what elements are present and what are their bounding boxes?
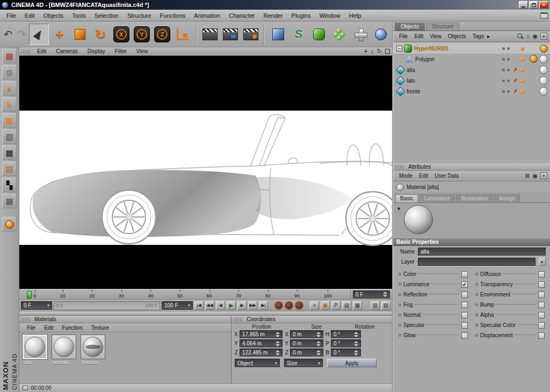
- goto-end-button[interactable]: ▶|: [259, 301, 268, 310]
- channel-checkbox[interactable]: [538, 302, 545, 308]
- attr-menu-edit[interactable]: Edit: [416, 173, 431, 179]
- texture-axis-mode-button[interactable]: ▩: [2, 146, 17, 160]
- menu-structure[interactable]: Structure: [123, 11, 156, 20]
- menu-overflow-icon[interactable]: ▸: [487, 33, 490, 39]
- om-menu-file[interactable]: File: [396, 33, 411, 39]
- attr-menu-mode[interactable]: Mode: [396, 173, 416, 179]
- lock-z-axis-button[interactable]: Z: [153, 24, 172, 45]
- prev-key-button[interactable]: ◀◀: [205, 301, 214, 310]
- om-menu-view[interactable]: View: [426, 33, 445, 39]
- materials-menu-function[interactable]: Function: [57, 325, 86, 331]
- rotation-p-field[interactable]: 0 °: [331, 339, 361, 347]
- rotate-tool-button[interactable]: ↻: [91, 24, 110, 45]
- visibility-dot[interactable]: [507, 90, 510, 93]
- position-z-field[interactable]: 122.485 m: [240, 349, 283, 357]
- modifier-tools-button[interactable]: [351, 24, 370, 45]
- disabled-x-icon[interactable]: ✗: [512, 89, 519, 94]
- coordinate-size-dropdown[interactable]: Size▾: [284, 359, 323, 367]
- tab-objects[interactable]: Objects: [395, 23, 425, 31]
- om-menu-objects[interactable]: Objects: [445, 33, 469, 39]
- object-axis-mode-button[interactable]: ▤: [2, 162, 17, 176]
- position-x-field[interactable]: 17.865 m: [240, 330, 283, 338]
- render-picture-viewer-button[interactable]: [221, 24, 240, 45]
- parameter-record-button[interactable]: P: [331, 301, 341, 310]
- disabled-x-icon[interactable]: ✗: [512, 78, 519, 83]
- menu-functions[interactable]: Functions: [156, 11, 190, 20]
- snap-settings-button[interactable]: ▦: [2, 194, 17, 208]
- range-end-field[interactable]: 100 F▾: [162, 301, 193, 310]
- viewport-menu-edit[interactable]: Edit: [32, 48, 51, 54]
- channel-checkbox[interactable]: [538, 312, 545, 318]
- viewport-menu-display[interactable]: Display: [83, 48, 110, 54]
- channel-checkbox[interactable]: [461, 312, 468, 318]
- om-menu-tags[interactable]: Tags: [469, 33, 487, 39]
- close-button[interactable]: ×: [539, 1, 548, 9]
- phong-tag-icon[interactable]: [540, 45, 548, 53]
- goto-start-button[interactable]: |◀: [194, 301, 204, 310]
- maximize-button[interactable]: [529, 1, 538, 9]
- autokey-move-button[interactable]: +: [310, 301, 319, 310]
- layer-field[interactable]: [418, 258, 535, 266]
- current-frame-field[interactable]: 0 F: [353, 291, 390, 299]
- visibility-dot[interactable]: [507, 79, 510, 82]
- channel-checkbox[interactable]: [461, 292, 468, 298]
- channel-checkbox[interactable]: [538, 322, 545, 329]
- visibility-dot[interactable]: [502, 58, 505, 61]
- phong-tag-icon[interactable]: [530, 55, 538, 63]
- points-mode-button[interactable]: ▲: [2, 81, 17, 96]
- rotation-h-field[interactable]: 0 °: [331, 330, 361, 338]
- panel-grip[interactable]: [21, 49, 30, 54]
- menu-window[interactable]: Window: [315, 11, 345, 20]
- enable-dot[interactable]: [520, 57, 524, 61]
- menu-help[interactable]: Help: [345, 11, 366, 20]
- tree-row-fronte[interactable]: fronte ✗: [393, 86, 550, 97]
- layer-browse-button[interactable]: ▸: [539, 258, 546, 266]
- texture-tag-icon[interactable]: [539, 55, 548, 63]
- tab-illumination[interactable]: Illumination: [456, 194, 493, 202]
- minimize-button[interactable]: [519, 1, 528, 9]
- enable-dot[interactable]: [520, 90, 524, 93]
- panel-resize-handle[interactable]: [19, 311, 392, 316]
- menu-file[interactable]: File: [2, 11, 20, 20]
- tree-row-hypernurbs[interactable]: − HyperNURBS: [393, 43, 550, 54]
- menu-animation[interactable]: Animation: [190, 11, 225, 20]
- lock-y-axis-button[interactable]: Y: [132, 24, 151, 45]
- viewport-menu-cameras[interactable]: Cameras: [51, 48, 83, 54]
- record-rotation-button[interactable]: [295, 301, 303, 310]
- size-z-field[interactable]: 0 m: [290, 349, 323, 357]
- hypernurbs-button[interactable]: [309, 24, 329, 45]
- next-key-button[interactable]: ▶▶: [248, 301, 257, 310]
- tab-basic[interactable]: Basic: [395, 194, 418, 202]
- materials-menu-texture[interactable]: Texture: [87, 325, 113, 331]
- tab-structure[interactable]: Structure: [426, 23, 460, 31]
- add-panel-button[interactable]: +: [540, 33, 547, 40]
- channel-checkbox[interactable]: ✓: [461, 281, 468, 288]
- viewport-menu-view[interactable]: View: [132, 48, 153, 54]
- channel-checkbox[interactable]: [461, 271, 468, 278]
- preview-collapse-icon[interactable]: ▼: [396, 206, 401, 212]
- fcurve-window-button[interactable]: ▦: [353, 301, 362, 310]
- make-editable-button[interactable]: ▦: [2, 49, 17, 63]
- materials-menu-edit[interactable]: Edit: [40, 325, 57, 331]
- undo-button[interactable]: ↶: [2, 24, 15, 45]
- timeline-ruler[interactable]: 0 10 20 30 40 50 60 70 80 90 100 0 F: [19, 289, 392, 300]
- visibility-dot[interactable]: [507, 47, 510, 50]
- render-settings-button[interactable]: [241, 24, 260, 45]
- redo-button[interactable]: ↷: [16, 24, 28, 45]
- coordinate-system-button[interactable]: [173, 24, 192, 45]
- render-view-button[interactable]: [200, 24, 220, 45]
- visibility-dot[interactable]: [507, 58, 510, 61]
- channel-checkbox[interactable]: [461, 322, 468, 329]
- menu-render[interactable]: Render: [259, 11, 287, 20]
- visibility-dot[interactable]: [507, 69, 510, 71]
- menu-plugins[interactable]: Plugins: [287, 11, 315, 20]
- tree-row-polygon[interactable]: Polygon: [393, 54, 550, 64]
- viewport-zoom-icon[interactable]: ↕: [371, 48, 374, 54]
- size-y-field[interactable]: 0 m: [290, 339, 323, 347]
- size-x-field[interactable]: 0 m: [290, 330, 323, 338]
- next-frame-button[interactable]: ▶: [237, 301, 247, 310]
- attr-menu-userdata[interactable]: User Data: [431, 173, 462, 179]
- environment-tools-button[interactable]: [371, 24, 390, 45]
- panel-grip[interactable]: [234, 317, 242, 322]
- visibility-dot[interactable]: [502, 90, 505, 93]
